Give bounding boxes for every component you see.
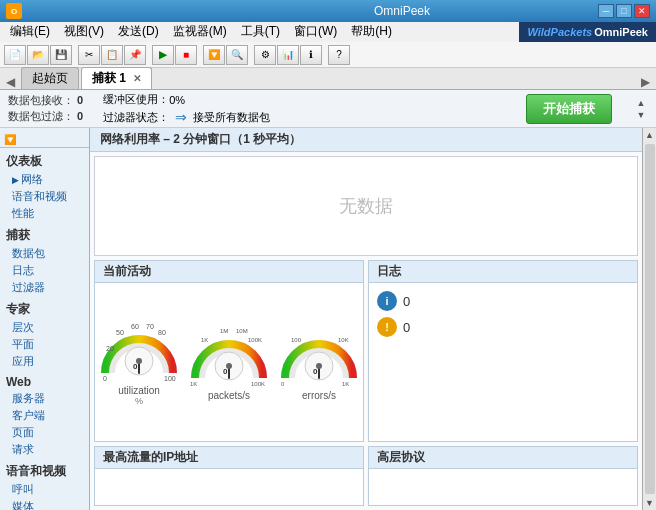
sidebar-item-plane[interactable]: 平面: [0, 336, 89, 353]
scroll-up-arrow[interactable]: ▲: [643, 128, 656, 142]
svg-text:80: 80: [158, 329, 166, 336]
toolbar-cut[interactable]: ✂: [78, 45, 100, 65]
menu-window[interactable]: 窗口(W): [288, 22, 343, 41]
sidebar-item-server[interactable]: 服务器: [0, 390, 89, 407]
svg-text:20: 20: [106, 345, 114, 352]
toolbar-search[interactable]: 🔍: [226, 45, 248, 65]
wp-logo: WildPackets OmniPeek: [519, 22, 656, 42]
svg-text:0: 0: [313, 367, 318, 376]
buffer-filter-status: 缓冲区使用： 0% 过滤器状态： ⇒ 接受所有数据包: [103, 92, 294, 125]
svg-text:1K: 1K: [342, 381, 349, 387]
top-ip-header: 最高流量的IP地址: [95, 447, 363, 469]
toolbar-capture-stop[interactable]: ■: [175, 45, 197, 65]
toolbar-settings[interactable]: ⚙: [254, 45, 276, 65]
toolbar-copy[interactable]: 📋: [101, 45, 123, 65]
menu-edit[interactable]: 编辑(E): [4, 22, 56, 41]
tab-capture1[interactable]: 捕获 1 ✕: [81, 67, 152, 89]
toolbar-paste[interactable]: 📌: [124, 45, 146, 65]
sidebar-arrow-network: ▶: [12, 175, 19, 185]
current-activity-header: 当前活动: [95, 261, 363, 283]
scroll-down-arrow[interactable]: ▼: [643, 496, 656, 510]
gauge-errors-label: errors/s: [302, 390, 336, 401]
log-info-item: i 0: [377, 291, 629, 311]
toolbar-capture-start[interactable]: ▶: [152, 45, 174, 65]
sidebar-item-page[interactable]: 页面: [0, 424, 89, 441]
sidebar-header-capture: 捕获: [0, 224, 89, 245]
network-chart-title: 网络利用率 – 2 分钟窗口（1 秒平均）: [90, 128, 642, 152]
window-controls: ─ □ ✕: [598, 4, 650, 18]
sidebar-item-log[interactable]: 日志: [0, 262, 89, 279]
log-info-icon: i: [377, 291, 397, 311]
svg-text:1M: 1M: [220, 328, 228, 334]
sidebar-item-application[interactable]: 应用: [0, 353, 89, 370]
sidebar-item-voice-video[interactable]: 语音和视频: [0, 188, 89, 205]
menu-view[interactable]: 视图(V): [58, 22, 110, 41]
svg-text:0: 0: [103, 375, 107, 382]
log-warn-count: 0: [403, 320, 410, 335]
maximize-button[interactable]: □: [616, 4, 632, 18]
right-scrollbar[interactable]: ▲ ▼: [642, 128, 656, 510]
toolbar-graph[interactable]: 📊: [277, 45, 299, 65]
sidebar-filter: 🔽: [0, 132, 89, 148]
sidebar-item-request[interactable]: 请求: [0, 441, 89, 458]
close-button[interactable]: ✕: [634, 4, 650, 18]
toolbar-help[interactable]: ?: [328, 45, 350, 65]
sidebar-item-packets[interactable]: 数据包: [0, 245, 89, 262]
tab-right-arrow[interactable]: ▶: [639, 75, 652, 89]
status-scroll-down[interactable]: ▼: [637, 110, 646, 120]
buffer-usage-row: 缓冲区使用： 0%: [103, 92, 294, 107]
log-info-count: 0: [403, 294, 410, 309]
log-warn-item: ! 0: [377, 317, 629, 337]
current-activity-content: 0 100 50 60 70 80 20 0 utilization: [95, 283, 363, 441]
menu-send[interactable]: 发送(D): [112, 22, 165, 41]
filter-arrow-icon: ⇒: [175, 109, 187, 125]
sidebar-item-media[interactable]: 媒体: [0, 498, 89, 510]
start-capture-button[interactable]: 开始捕获: [526, 94, 612, 124]
high-layer-panel: 高层协议: [368, 446, 638, 506]
scroll-thumb[interactable]: [645, 144, 655, 494]
menu-help[interactable]: 帮助(H): [345, 22, 398, 41]
sidebar-item-performance[interactable]: 性能: [0, 205, 89, 222]
status-bar: 数据包接收： 0 数据包过滤： 0 缓冲区使用： 0% 过滤器状态： ⇒ 接受所…: [0, 90, 656, 128]
sidebar-item-filters[interactable]: 过滤器: [0, 279, 89, 296]
svg-text:1K: 1K: [190, 381, 197, 387]
toolbar-new[interactable]: 📄: [4, 45, 26, 65]
high-layer-header: 高层协议: [369, 447, 637, 469]
menu-monitor[interactable]: 监视器(M): [167, 22, 233, 41]
svg-text:1K: 1K: [201, 337, 208, 343]
svg-text:0: 0: [281, 381, 285, 387]
filter-status-row: 过滤器状态： ⇒ 接受所有数据包: [103, 109, 294, 125]
sidebar: 🔽 仪表板 ▶ 网络 语音和视频 性能 捕获 数据包 日志 过滤器 专家 层次 …: [0, 128, 90, 510]
omnipeek-text: OmniPeek: [594, 26, 648, 38]
top-ip-panel: 最高流量的IP地址: [94, 446, 364, 506]
gauge-errors: 0 1K 100 10K 0 errors/s: [278, 324, 360, 401]
toolbar-open[interactable]: 📂: [27, 45, 49, 65]
menu-tools[interactable]: 工具(T): [235, 22, 286, 41]
sidebar-item-hierarchy[interactable]: 层次: [0, 319, 89, 336]
wildpackets-text: WildPackets: [527, 26, 592, 38]
sidebar-item-network[interactable]: ▶ 网络: [0, 171, 89, 188]
log-warn-icon: !: [377, 317, 397, 337]
gauge-packets-svg: 1K 100K 1K 1M 10M 100K 0: [188, 324, 270, 388]
minimize-button[interactable]: ─: [598, 4, 614, 18]
tab-bar: ◀ 起始页 捕获 1 ✕ ▶: [0, 68, 656, 90]
gauge-utilization-label: utilization: [118, 385, 160, 396]
bottom-panels-row: 最高流量的IP地址 高层协议: [94, 446, 638, 506]
activity-log-row: 当前活动: [94, 260, 638, 442]
menu-bar: 编辑(E) 视图(V) 发送(D) 监视器(M) 工具(T) 窗口(W) 帮助(…: [0, 22, 519, 42]
gauge-utilization-svg: 0 100 50 60 70 80 20 0: [98, 319, 180, 383]
toolbar-save[interactable]: 💾: [50, 45, 72, 65]
log-panel: 日志 i 0 ! 0: [368, 260, 638, 442]
sidebar-item-call[interactable]: 呼叫: [0, 481, 89, 498]
sidebar-item-client[interactable]: 客户端: [0, 407, 89, 424]
sidebar-header-web: Web: [0, 372, 89, 390]
tab-close-capture1[interactable]: ✕: [133, 73, 141, 84]
gauge-packets-label: packets/s: [208, 390, 250, 401]
svg-text:60: 60: [131, 323, 139, 330]
tab-home[interactable]: 起始页: [21, 67, 79, 89]
tab-left-arrow[interactable]: ◀: [4, 75, 17, 89]
toolbar-info[interactable]: ℹ: [300, 45, 322, 65]
status-scroll-up[interactable]: ▲: [637, 98, 646, 108]
gauge-packets: 1K 100K 1K 1M 10M 100K 0 packets/s: [188, 324, 270, 401]
toolbar-filter[interactable]: 🔽: [203, 45, 225, 65]
